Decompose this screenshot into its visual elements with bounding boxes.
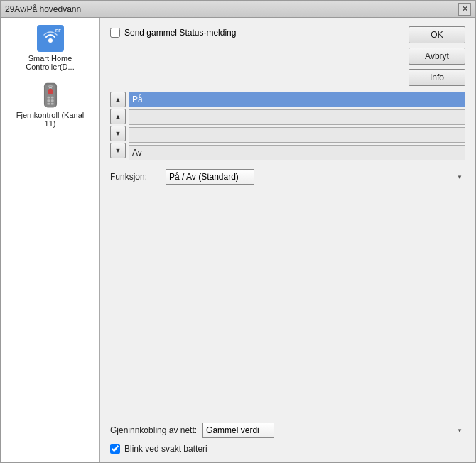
main-window: 29Av/På hovedvann ✕ RF Smar [0,0,476,463]
funksjon-row: Funksjon: På / Av (Standard) Dimmer Term… [110,169,465,185]
blink-checkbox[interactable] [110,444,120,454]
send-status-label: Send gammel Status-melding [124,28,236,38]
remote-icon [36,81,65,109]
smarthome-icon: RF [36,24,65,53]
gjeninnkobling-dropdown[interactable]: Gammel verdi På Av [202,423,274,438]
blink-label: Blink ved svakt batteri [124,444,207,454]
device-item-fjernkontroll[interactable]: Fjernkontroll (Kanal 11) [4,77,97,131]
window-body: RF Smart Home Controller(D... [1,18,475,462]
svg-point-1 [48,38,53,43]
device-label-fjernkontroll: Fjernkontroll (Kanal 11) [11,111,90,128]
arrow-down-button[interactable]: ▼ [110,126,126,141]
send-status-checkbox[interactable] [110,28,120,38]
gjeninnkobling-dropdown-wrapper: Gammel verdi På Av [202,423,465,438]
value-text-0: På [132,94,143,104]
avbryt-button[interactable]: Avbryt [409,48,465,65]
value-text-3: Av [132,148,142,158]
top-row: Send gammel Status-melding OK Avbryt Inf… [110,26,465,86]
svg-rect-8 [47,99,50,102]
funksjon-dropdown[interactable]: På / Av (Standard) Dimmer Termostat [166,169,254,185]
arrow-down-down-button[interactable]: ▼ [110,143,126,158]
arrow-up-up-button[interactable]: ▲ [110,92,126,107]
svg-rect-11 [50,103,53,105]
gjeninnkobling-row: Gjeninnkobling av nett: Gammel verdi På … [110,423,465,438]
value-row-0[interactable]: På [129,92,465,107]
device-label-smarthome: Smart Home Controller(D... [11,54,90,71]
window-title: 29Av/På hovedvann [5,4,81,14]
value-row-2[interactable] [129,127,465,143]
svg-rect-7 [50,97,53,99]
bottom-section: Gjeninnkobling av nett: Gammel verdi På … [110,423,465,454]
info-button[interactable]: Info [409,69,465,86]
value-row-1[interactable] [129,109,465,125]
gjeninnkobling-label: Gjeninnkobling av nett: [110,425,197,435]
button-group: OK Avbryt Info [409,26,465,86]
svg-text:RF: RF [55,28,61,33]
values-list: På Av [129,92,465,160]
ok-button[interactable]: OK [409,26,465,43]
svg-rect-6 [47,97,50,99]
device-list: RF Smart Home Controller(D... [1,18,100,462]
close-button[interactable]: ✕ [458,3,471,16]
svg-rect-9 [50,99,53,102]
arrow-buttons: ▲ ▲ ▼ ▼ [110,92,126,158]
send-status-row: Send gammel Status-melding [110,26,236,38]
funksjon-dropdown-wrapper: På / Av (Standard) Dimmer Termostat [166,169,465,185]
title-bar: 29Av/På hovedvann ✕ [1,1,475,18]
svg-rect-10 [47,103,50,105]
device-item-smarthome[interactable]: RF Smart Home Controller(D... [4,21,97,75]
arrow-up-button[interactable]: ▲ [110,109,126,124]
main-panel: Send gammel Status-melding OK Avbryt Inf… [100,18,475,462]
values-section: ▲ ▲ ▼ ▼ På Av [110,92,465,160]
funksjon-label: Funksjon: [110,172,160,182]
spacer [110,190,465,417]
blink-row: Blink ved svakt batteri [110,444,465,454]
svg-point-5 [48,89,53,94]
value-row-3[interactable]: Av [129,145,465,160]
